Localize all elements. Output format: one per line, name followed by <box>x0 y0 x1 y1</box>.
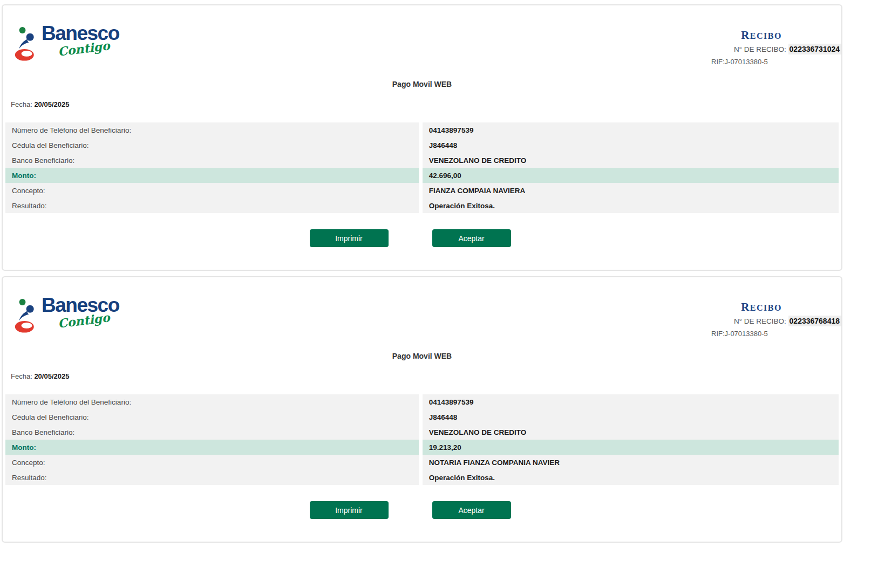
receipt-table: Número de Teléfono del Beneficiario: 041… <box>5 122 839 213</box>
aceptar-button[interactable]: Aceptar <box>432 229 511 247</box>
table-row-resultado: Resultado: Operación Exitosa. <box>5 470 839 485</box>
receipt-number-label: N° DE RECIBO: <box>734 317 786 325</box>
table-row-cedula: Cédula del Beneficiario: J846448 <box>5 409 839 425</box>
row-label: Monto: <box>5 168 419 183</box>
page-title: Pago Movil WEB <box>3 352 841 360</box>
receipt-number-line: N° DE RECIBO: 022336768418 <box>711 316 841 326</box>
row-label: Número de Teléfono del Beneficiario: <box>5 122 419 138</box>
table-row-cedula: Cédula del Beneficiario: J846448 <box>5 138 839 153</box>
table-row-monto: Monto: 42.696,00 <box>5 168 839 183</box>
row-value: Operación Exitosa. <box>423 470 839 485</box>
date-label: Fecha: <box>11 372 32 380</box>
rif: RIF:J-07013380-5 <box>711 57 841 66</box>
table-row-banco: Banco Beneficiario: VENEZOLANO DE CREDIT… <box>5 153 839 168</box>
row-value: NOTARIA FIANZA COMPANIA NAVIER <box>423 455 839 470</box>
actions-bar: Imprimir Aceptar <box>3 501 841 542</box>
table-row-monto: Monto: 19.213,20 <box>5 440 839 455</box>
row-value: Operación Exitosa. <box>423 198 839 213</box>
table-row-resultado: Resultado: Operación Exitosa. <box>5 198 839 213</box>
row-value: J846448 <box>423 409 839 425</box>
aceptar-button[interactable]: Aceptar <box>432 501 511 519</box>
row-label: Cédula del Beneficiario: <box>5 409 419 425</box>
receipt-info: RECIBO N° DE RECIBO: 022336731024 RIF:J-… <box>711 24 841 66</box>
banesco-logo-icon <box>15 26 39 61</box>
row-label: Número de Teléfono del Beneficiario: <box>5 394 419 409</box>
table-row-concepto: Concepto: FIANZA COMPAIA NAVIERA <box>5 183 839 198</box>
imprimir-button[interactable]: Imprimir <box>310 501 389 519</box>
page-title: Pago Movil WEB <box>3 80 841 88</box>
receipt-card-1: Banesco Contigo RECIBO N° DE RECIBO: 022… <box>2 4 842 271</box>
row-label: Monto: <box>5 440 419 455</box>
date-label: Fecha: <box>11 100 32 108</box>
date-value: 20/05/2025 <box>34 100 69 108</box>
recibo-title: RECIBO <box>711 301 841 314</box>
banesco-logo-icon <box>15 298 39 333</box>
receipt-header: Banesco Contigo RECIBO N° DE RECIBO: 022… <box>3 277 841 338</box>
date-line: Fecha: 20/05/2025 <box>11 100 841 108</box>
row-value: VENEZOLANO DE CREDITO <box>423 425 839 440</box>
banesco-logo: Banesco Contigo <box>15 296 119 333</box>
date-value: 20/05/2025 <box>34 372 69 380</box>
receipt-info: RECIBO N° DE RECIBO: 022336768418 RIF:J-… <box>711 296 841 338</box>
receipt-number-value: 022336731024 <box>788 44 841 54</box>
row-label: Concepto: <box>5 183 419 198</box>
date-line: Fecha: 20/05/2025 <box>11 372 841 380</box>
row-label: Concepto: <box>5 455 419 470</box>
row-value: J846448 <box>423 138 839 153</box>
receipt-number-label: N° DE RECIBO: <box>734 45 786 53</box>
receipt-table: Número de Teléfono del Beneficiario: 041… <box>5 394 839 485</box>
rif: RIF:J-07013380-5 <box>711 329 841 338</box>
row-label: Banco Beneficiario: <box>5 425 419 440</box>
recibo-title: RECIBO <box>711 29 841 42</box>
receipt-header: Banesco Contigo RECIBO N° DE RECIBO: 022… <box>3 5 841 66</box>
row-value: 04143897539 <box>423 122 839 138</box>
row-label: Resultado: <box>5 470 419 485</box>
receipt-card-2: Banesco Contigo RECIBO N° DE RECIBO: 022… <box>2 276 842 543</box>
table-row-banco: Banco Beneficiario: VENEZOLANO DE CREDIT… <box>5 425 839 440</box>
row-value: 19.213,20 <box>423 440 839 455</box>
row-value: 42.696,00 <box>423 168 839 183</box>
row-label: Banco Beneficiario: <box>5 153 419 168</box>
table-row-phone: Número de Teléfono del Beneficiario: 041… <box>5 122 839 138</box>
imprimir-button[interactable]: Imprimir <box>310 229 389 247</box>
banesco-logo: Banesco Contigo <box>15 24 119 61</box>
row-value: 04143897539 <box>423 394 839 409</box>
table-row-phone: Número de Teléfono del Beneficiario: 041… <box>5 394 839 409</box>
actions-bar: Imprimir Aceptar <box>3 229 841 270</box>
row-label: Cédula del Beneficiario: <box>5 138 419 153</box>
row-value: VENEZOLANO DE CREDITO <box>423 153 839 168</box>
table-row-concepto: Concepto: NOTARIA FIANZA COMPANIA NAVIER <box>5 455 839 470</box>
row-value: FIANZA COMPAIA NAVIERA <box>423 183 839 198</box>
receipt-number-value: 022336768418 <box>788 316 841 326</box>
row-label: Resultado: <box>5 198 419 213</box>
receipt-number-line: N° DE RECIBO: 022336731024 <box>711 44 841 54</box>
